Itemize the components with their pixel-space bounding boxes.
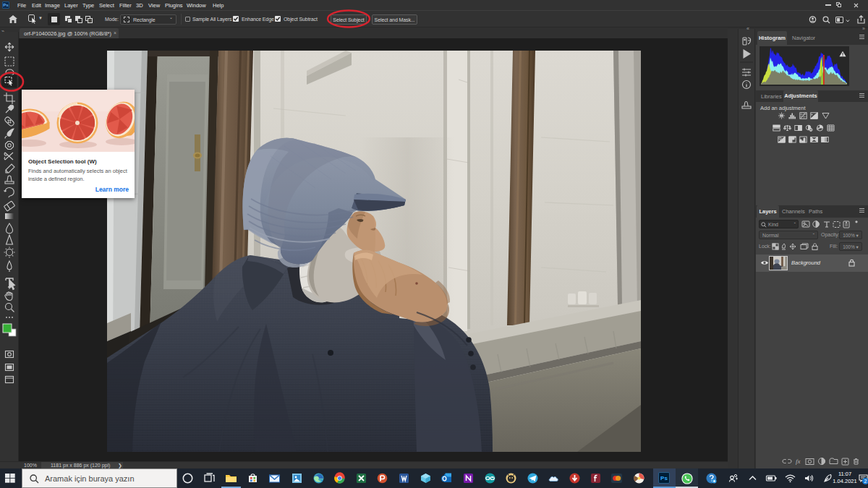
svg-text:fx: fx bbox=[796, 458, 801, 465]
